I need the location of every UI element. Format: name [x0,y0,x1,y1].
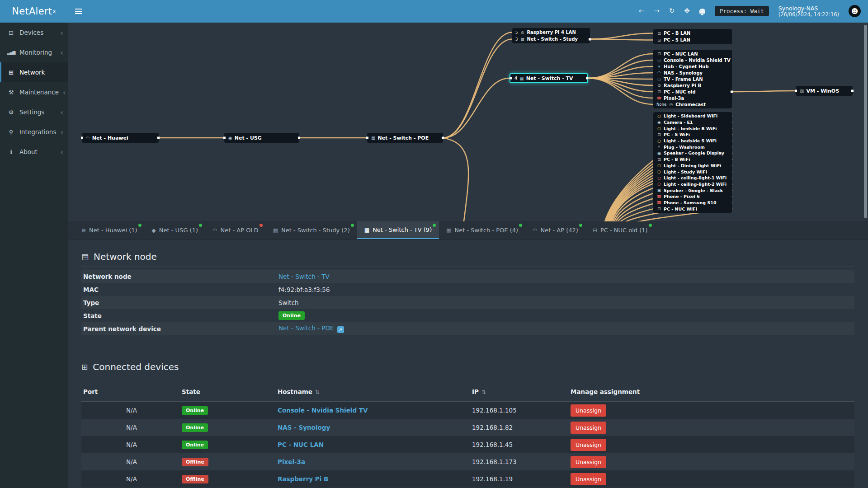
topology-device-raspberry-pi-b[interactable]: ⊙Raspberry Pi B [653,82,732,89]
notifications-bell-icon[interactable] [699,9,705,14]
topology-device-console-nvidia-shield-tv[interactable]: ▭Console - Nvidia Shield TV [653,57,732,63]
move-icon[interactable]: ✥ [684,8,690,14]
topology-device-light-bedside-b-wifi[interactable]: ○Light - bedside B WiFi [653,125,732,131]
topology-device-nas-synology[interactable]: ◠NAS - Synology [653,70,732,76]
hostname-link-raspberry-pi-b[interactable]: Raspberry Pi B [278,475,328,483]
sort-icon[interactable]: ⇅ [481,389,486,395]
chevron-left-icon: ‹ [61,48,63,57]
refresh-icon[interactable]: ↻ [669,8,675,14]
topology-device-hub-cygnet-hub[interactable]: ∗Hub - Cygnet Hub [653,63,732,70]
topology-device-pc-nuc-lan[interactable]: ⊡PC - NUC LAN [653,51,732,57]
topology-edge [443,33,512,138]
node-label: Net - Huawei [92,135,128,141]
unassign-button[interactable]: Unassign [571,422,606,434]
unassign-button[interactable]: Unassign [571,404,606,417]
hostname-link-pixel-3a[interactable]: Pixel-3a [278,458,305,465]
back-icon[interactable]: ← [639,8,645,14]
user-avatar[interactable]: ☻ [849,5,861,17]
external-link-icon[interactable]: ↗ [337,326,344,333]
connector-handle [731,91,733,93]
topology-device-pc-b-wifi[interactable]: ⊡PC - B WiFi [653,156,732,163]
device-label: PC - NUC WiFi [664,206,697,211]
cell-state: Offline [182,475,278,483]
topology-device-raspberry-pi-4-lan[interactable]: 5⊙Raspberry Pi 4 LAN [512,29,590,36]
tab-label: PC - NUC old (1) [600,227,648,234]
wifi-icon: ◠ [533,227,537,234]
topology-device-light-ceiling-light-2-wifi[interactable]: ○Light - ceiling-light-2 WiFi [653,181,732,188]
topology-device-light-study-wifi[interactable]: ○Light - Study WiFi [653,169,732,175]
column-header-ip[interactable]: IP⇅ [472,388,571,395]
tab-net-ap-42[interactable]: ◠Net - AP (42) [525,221,585,239]
topology-device-plug-washroom[interactable]: ⚡Plug - Washroom [653,144,732,150]
topology-node-vm-winos[interactable]: ▥VM - WinOS [796,86,853,96]
topology-device-chromecast[interactable]: None◎Chromecast [653,101,732,108]
topology-device-pc-nuc-old[interactable]: ⊡PC - NUC old [653,89,732,95]
scrollbar-thumb[interactable] [864,25,867,218]
sidebar-item-devices[interactable]: ⊡Devices‹ [0,23,68,42]
tab-net-huawei-1[interactable]: ⊕Net - Huawei (1) [74,221,145,239]
topology-node-net-switch-poe[interactable]: ▦Net - Switch - POE [367,133,443,143]
topology-device-net-switch-study[interactable]: 3▦Net - Switch - Study [512,36,590,42]
nas-icon: ◠ [656,70,662,75]
hostname-link-nas-synology[interactable]: NAS - Synology [278,424,330,431]
detail-link-net-switch-tv[interactable]: Net - Switch - TV [278,273,330,280]
topology-device-light-dining-light-wifi[interactable]: ○Light - Dining light WiFi [653,163,732,169]
topology-node-net-switch-tv[interactable]: 4▦Net - Switch - TV [509,73,588,83]
detail-label: Type [83,299,278,306]
sidebar-item-integrations[interactable]: ⚲Integrations‹ [0,122,68,142]
unassign-button[interactable]: Unassign [571,439,606,451]
cell-hostname: Raspberry Pi B [278,475,472,483]
sidebar-item-network[interactable]: ⊞Network [0,62,68,82]
unassign-button[interactable]: Unassign [571,456,606,468]
network-topology: ◠Net - Huawei◉Net - USG▦Net - Switch - P… [68,23,868,221]
column-header-hostname[interactable]: Hostname⇅ [278,388,472,395]
column-header-port: Port [83,388,182,395]
topology-node-net-usg[interactable]: ◉Net - USG [224,133,299,143]
sidebar-item-monitoring[interactable]: ▂▄▆Monitoring‹ [0,42,68,62]
topology-device-pc-s-wifi[interactable]: ⊡PC - S WiFi [653,131,732,138]
ethernet-icon: ⊟ [593,227,597,234]
forward-icon[interactable]: → [654,8,660,14]
hostname-link-pc-nuc-lan[interactable]: PC - NUC LAN [278,441,324,448]
sidebar-item-settings[interactable]: ⚙Settings‹ [0,102,68,122]
topology-device-phone-pixel-6[interactable]: ☎Phone - Pixel 6 [653,193,732,200]
topology-device-pc-b-lan[interactable]: ⊡PC - B LAN [653,30,732,37]
sidebar-item-about[interactable]: ℹAbout‹ [0,142,68,162]
detail-text: f4:92:bf:a3:f3:56 [278,286,330,293]
app-logo[interactable]: NetAlertx [0,0,68,23]
topology-device-camera-e1[interactable]: ◉Camera - E1 [653,119,732,126]
app-header: NetAlertx ← → ↻ ✥ Process: Wait Synology… [0,0,868,23]
sidebar-item-maintenance[interactable]: ⚒Maintenance‹ [0,82,68,102]
topology-node-net-huawei[interactable]: ◠Net - Huawei [82,133,159,143]
detail-link-net-switch-poe[interactable]: Net - Switch - POE [278,324,334,332]
tab-net-switch-study-2[interactable]: ▦Net - Switch - Study (2) [266,221,357,239]
host-timestamp: (26/06/2024, 14:22:16) [778,12,839,18]
hostname-link-console-nvidia-shield-tv[interactable]: Console - Nvidia Shield TV [278,407,368,414]
tab-pc-nuc-old-1[interactable]: ⊟PC - NUC old (1) [585,221,655,239]
tab-net-switch-tv-9[interactable]: ▦Net - Switch - TV (9) [357,221,439,239]
column-header-state: State [182,388,278,395]
topology-device-tv-frame-lan[interactable]: ▭TV - Frame LAN [653,76,732,82]
device-label: Chromecast [675,102,706,107]
unassign-button[interactable]: Unassign [571,473,606,485]
tab-net-switch-poe-4[interactable]: ▦Net - Switch - POE (4) [439,221,525,239]
connector-handle [589,38,591,40]
topology-device-light-bedside-s-wifi[interactable]: ○Light - bedside S WiFi [653,138,732,144]
topology-device-light-sideboard-wifi[interactable]: ○Light - Sideboard WiFi [653,113,732,119]
topology-device-speaker-google-black[interactable]: ▣Speaker - Google - Black [653,187,732,193]
tab-net-ap-old[interactable]: ◠Net - AP OLD [205,221,266,239]
sort-icon[interactable]: ⇅ [315,389,320,395]
cell-port: N/A [83,407,182,414]
cell-manage: Unassign [571,439,853,451]
topology-device-pc-s-lan[interactable]: ⊡PC - S LAN [653,37,732,43]
topology-device-pc-nuc-wifi[interactable]: ⊡PC - NUC WiFi [653,206,732,212]
topology-device-speaker-google-display[interactable]: ▣Speaker - Google Display [653,150,732,156]
tab-status-dot [199,224,202,227]
device-label: PC - NUC old [664,89,696,94]
topology-device-phone-samsung-s10[interactable]: ☎Phone - Samsung S10 [653,200,732,206]
tab-net-usg-1[interactable]: ◆Net - USG (1) [145,221,205,239]
topology-device-pixel-3a[interactable]: ☎Pixel-3a [653,95,732,101]
sidebar-toggle-button[interactable] [68,0,90,23]
pc-icon: ⊡ [656,89,662,94]
topology-device-light-ceiling-light-1-wifi[interactable]: ○Light - ceiling-light-1 WiFi [653,175,732,181]
